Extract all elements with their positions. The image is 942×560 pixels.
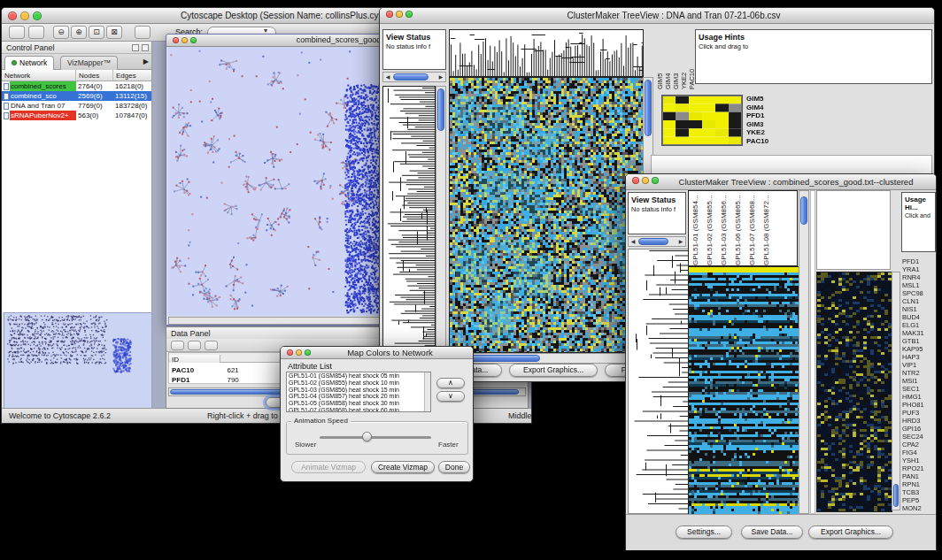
- create-attribute-icon[interactable]: [188, 341, 201, 350]
- scroll-thumb[interactable]: [638, 238, 668, 245]
- gene-label[interactable]: SEC1: [902, 385, 936, 393]
- maximize-icon[interactable]: [405, 11, 413, 18]
- secondary-vscrollbar[interactable]: [892, 272, 900, 510]
- network-list-row[interactable]: sRNAPuberNov2+ 563(0) 107847(0): [2, 111, 151, 120]
- scroll-thumb[interactable]: [466, 355, 540, 362]
- row-label[interactable]: PAC10: [746, 137, 787, 146]
- export-graphics-button[interactable]: Export Graphics...: [808, 525, 893, 539]
- gene-label[interactable]: RPO21: [902, 464, 936, 472]
- delete-attribute-icon[interactable]: [205, 341, 218, 350]
- gene-label[interactable]: BUD4: [902, 313, 936, 321]
- minimize-icon[interactable]: [20, 12, 29, 20]
- column-dendrogram-canvas[interactable]: [449, 29, 644, 77]
- gene-label[interactable]: FIG4: [902, 449, 936, 456]
- heatmap-vscrollbar[interactable]: [799, 190, 809, 514]
- animation-speed-slider-thumb[interactable]: [362, 432, 372, 441]
- scroll-thumb[interactable]: [393, 73, 429, 81]
- gene-label[interactable]: RNR4: [902, 273, 936, 281]
- scroll-thumb[interactable]: [800, 196, 807, 225]
- move-up-button[interactable]: ∧: [436, 378, 465, 388]
- mini-hscrollbar[interactable]: ◀ ▶: [382, 72, 446, 82]
- correlation-heatmap-canvas[interactable]: [661, 95, 743, 146]
- column-label[interactable]: GIM4: [664, 33, 672, 89]
- attribute-list-item[interactable]: GPL51-03 (GSM856) heat shock 15 min: [287, 387, 430, 394]
- select-attributes-icon[interactable]: [171, 341, 184, 350]
- heatmap-canvas[interactable]: [688, 266, 799, 516]
- column-label[interactable]: YKE2: [680, 33, 688, 89]
- gene-label[interactable]: MAK31: [902, 329, 936, 337]
- scroll-left-icon[interactable]: ◀: [629, 237, 637, 246]
- gene-label[interactable]: PAN1: [902, 472, 936, 480]
- treeview-combined-titlebar[interactable]: ClusterMaker TreeView : combined_scores_…: [626, 174, 936, 190]
- save-session-icon[interactable]: [28, 26, 44, 39]
- attribute-list-item[interactable]: GPL51-05 (GSM858) heat shock 30 min: [287, 400, 430, 407]
- row-label[interactable]: GIM4: [746, 104, 787, 112]
- minimize-icon[interactable]: [396, 11, 403, 18]
- gene-label[interactable]: NIS1: [902, 305, 936, 313]
- maximize-icon[interactable]: [33, 12, 42, 20]
- row-label[interactable]: GIM3: [746, 120, 787, 129]
- attribute-list-item[interactable]: GPL51-07 (GSM868) heat shock 60 min: [287, 407, 430, 412]
- dialog-titlebar[interactable]: Map Colors to Network: [281, 347, 473, 359]
- row-label[interactable]: GIM5: [746, 95, 787, 104]
- gene-label[interactable]: CPA2: [902, 441, 936, 449]
- gene-label[interactable]: NTR2: [902, 369, 936, 377]
- column-label[interactable]: GIM3: [672, 33, 680, 89]
- gene-label[interactable]: YSH1: [902, 456, 936, 464]
- gene-label[interactable]: PEP5: [902, 496, 936, 504]
- column-header-nodes[interactable]: Nodes: [76, 70, 113, 81]
- export-graphics-button[interactable]: Export Graphics...: [509, 364, 598, 377]
- hide-panel-icon[interactable]: [142, 44, 149, 51]
- create-vizmap-button[interactable]: Create Vizmap: [371, 461, 435, 473]
- minimize-icon[interactable]: [296, 349, 302, 356]
- row-label[interactable]: PFD1: [746, 111, 787, 120]
- open-session-icon[interactable]: [9, 26, 25, 39]
- gene-label[interactable]: GTB1: [902, 337, 936, 345]
- gene-label[interactable]: MSI1: [902, 377, 936, 385]
- animation-speed-slider-track[interactable]: [320, 436, 431, 439]
- gene-label[interactable]: ELG1: [902, 321, 936, 329]
- gene-label[interactable]: PHO81: [902, 401, 936, 409]
- maximize-icon[interactable]: [652, 177, 659, 184]
- minimize-icon[interactable]: [181, 37, 188, 43]
- gene-label[interactable]: PUF3: [902, 409, 936, 417]
- close-icon[interactable]: [632, 177, 639, 184]
- zoom-in-icon[interactable]: ⊕: [71, 26, 87, 39]
- minimize-icon[interactable]: [642, 177, 649, 184]
- secondary-heatmap-canvas[interactable]: [816, 272, 892, 512]
- scroll-thumb[interactable]: [645, 80, 652, 136]
- gene-label[interactable]: YRA1: [902, 265, 936, 273]
- close-icon[interactable]: [8, 12, 17, 20]
- network-list-row[interactable]: DNA and Tran 07 7769(0) 183728(0): [2, 101, 151, 111]
- close-icon[interactable]: [386, 11, 393, 18]
- heatmap-canvas[interactable]: [449, 77, 644, 353]
- move-down-button[interactable]: ∨: [436, 391, 465, 402]
- row-label[interactable]: YKE2: [746, 128, 787, 137]
- column-header-edges[interactable]: Edges: [113, 70, 151, 81]
- tab-network[interactable]: Network: [4, 56, 54, 70]
- column-label[interactable]: GIM5: [656, 33, 664, 89]
- gene-label[interactable]: HMG1: [902, 393, 936, 401]
- save-data-button[interactable]: Save Data...: [741, 525, 803, 539]
- tab-vizmapper[interactable]: VizMapper™: [60, 56, 118, 70]
- gene-label[interactable]: MSL1: [902, 281, 936, 289]
- close-icon[interactable]: [173, 37, 179, 43]
- maximize-icon[interactable]: [190, 37, 197, 43]
- column-label[interactable]: GPL51-02 (GSM855...: [706, 191, 720, 265]
- network-list-row[interactable]: combined_sco 2569(6) 13112(15): [2, 91, 151, 101]
- float-panel-icon[interactable]: [132, 44, 139, 51]
- tab-overflow-icon[interactable]: ▶: [143, 58, 149, 65]
- treeview-dna-titlebar[interactable]: ClusterMaker TreeView : DNA and Tran 07-…: [380, 8, 934, 24]
- gene-label[interactable]: HAP3: [902, 353, 936, 361]
- column-label[interactable]: GPL51-08 (GSM872...: [762, 191, 776, 265]
- gene-label[interactable]: SEC24: [902, 433, 936, 441]
- column-label[interactable]: GPL51-06 (GSM865...: [734, 191, 748, 265]
- done-button[interactable]: Done: [438, 461, 470, 473]
- heatmap-hscrollbar[interactable]: [449, 353, 643, 364]
- scroll-right-icon[interactable]: ▶: [676, 237, 685, 246]
- zoom-fit-icon[interactable]: ⊡: [89, 26, 104, 39]
- zoom-out-icon[interactable]: ⊖: [53, 26, 69, 39]
- network-list-row[interactable]: combined_scores 2764(0) 16218(0): [2, 81, 151, 91]
- column-label[interactable]: GPL51-03 (GSM856...: [720, 191, 734, 265]
- gene-label[interactable]: TCB3: [902, 488, 936, 496]
